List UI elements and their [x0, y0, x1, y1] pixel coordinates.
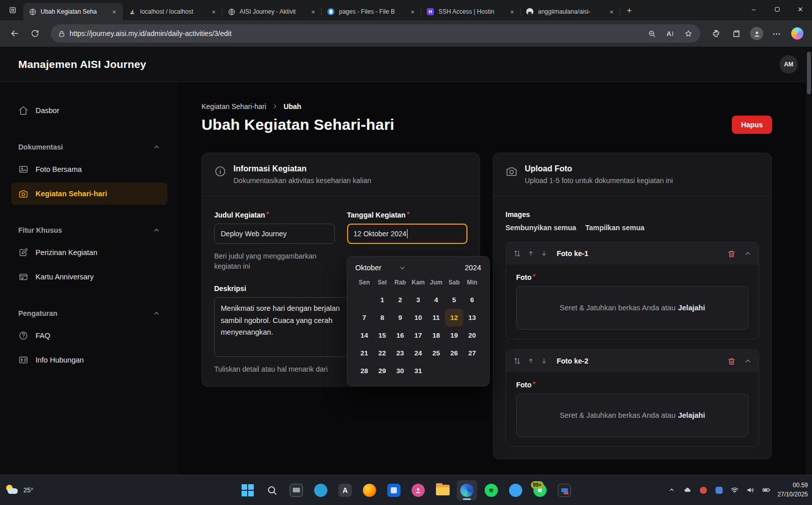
- calendar-day-25[interactable]: 25: [427, 344, 445, 362]
- copilot-icon[interactable]: [789, 25, 806, 42]
- collections-icon[interactable]: [728, 25, 745, 42]
- browser-tab[interactable]: pages - Files - File B ×: [322, 3, 421, 20]
- more-options-icon[interactable]: ⋯: [768, 25, 786, 42]
- collapse-item-icon[interactable]: [744, 357, 752, 365]
- blue-app-icon[interactable]: [384, 480, 404, 500]
- calendar-day-3[interactable]: 3: [409, 291, 427, 309]
- firefox-icon[interactable]: [359, 480, 380, 500]
- file-explorer-icon[interactable]: [432, 480, 453, 500]
- calendar-day-15[interactable]: 15: [373, 327, 391, 344]
- minimize-button[interactable]: –: [742, 0, 765, 18]
- browser-tab[interactable]: H SSH Access | Hostin ×: [421, 3, 521, 20]
- calendar-day-14[interactable]: 14: [355, 327, 373, 344]
- sidebar-group-fitur-khusus[interactable]: Fitur Khusus: [18, 226, 160, 234]
- calendar-day-1[interactable]: 1: [373, 291, 391, 309]
- scrollbar-thumb[interactable]: [807, 52, 811, 94]
- tab-close-icon[interactable]: ×: [309, 7, 318, 16]
- browser-tab[interactable]: localhost / localhost ×: [123, 3, 222, 20]
- messenger-app-icon[interactable]: [505, 480, 526, 500]
- volume-icon[interactable]: [746, 486, 755, 495]
- read-aloud-icon[interactable]: A): [663, 26, 677, 41]
- collapse-all-button[interactable]: Sembunyikan semua: [505, 224, 576, 232]
- calendar-day-18[interactable]: 18: [427, 327, 445, 344]
- calendar-day-29[interactable]: 29: [373, 362, 391, 380]
- zoom-out-icon[interactable]: [645, 26, 659, 41]
- calendar-day-12[interactable]: 12: [445, 309, 463, 327]
- weather-widget[interactable]: 25°: [5, 484, 33, 496]
- sidebar-group-dokumentasi[interactable]: Dokumentasi: [18, 143, 160, 151]
- calendar-day-2[interactable]: 2: [391, 291, 409, 309]
- refresh-icon[interactable]: [26, 25, 44, 42]
- new-tab-button[interactable]: +: [622, 4, 636, 18]
- reorder-icon[interactable]: [513, 249, 521, 258]
- move-up-icon[interactable]: [527, 250, 534, 257]
- url-text[interactable]: https://journey.aisi.my.id/admin/daily-a…: [70, 29, 640, 38]
- extensions-icon[interactable]: [707, 25, 725, 42]
- sidebar-item-dasbor[interactable]: Dasbor: [11, 99, 167, 122]
- calendar-day-21[interactable]: 21: [355, 344, 373, 362]
- people-app-icon[interactable]: [408, 480, 428, 500]
- file-dropzone[interactable]: Seret & Jatuhkan berkas Anda atau Jelaja…: [516, 393, 749, 437]
- calendar-day-4[interactable]: 4: [427, 291, 445, 309]
- calendar-day-22[interactable]: 22: [373, 344, 391, 362]
- back-icon[interactable]: [6, 25, 23, 42]
- collapse-item-icon[interactable]: [744, 250, 752, 258]
- delete-item-icon[interactable]: [727, 249, 736, 258]
- calendar-day-19[interactable]: 19: [445, 327, 463, 344]
- app-window-icon[interactable]: [286, 480, 307, 500]
- whatsapp-icon[interactable]: 99+: [530, 480, 550, 500]
- month-select[interactable]: Oktober: [355, 264, 406, 272]
- close-button[interactable]: ✕: [789, 0, 812, 18]
- calendar-day-6[interactable]: 6: [463, 291, 481, 309]
- calendar-day-31[interactable]: 31: [409, 362, 427, 380]
- start-button[interactable]: [238, 480, 258, 500]
- onedrive-icon[interactable]: [683, 486, 692, 495]
- telegram-app-icon[interactable]: [311, 480, 331, 500]
- tab-close-icon[interactable]: ×: [507, 7, 517, 16]
- calendar-day-5[interactable]: 5: [445, 291, 463, 309]
- address-bar[interactable]: https://journey.aisi.my.id/admin/daily-a…: [51, 24, 700, 43]
- judul-input[interactable]: Deploy Web Journey: [214, 224, 335, 244]
- calendar-day-20[interactable]: 20: [463, 327, 481, 344]
- tab-close-icon[interactable]: ×: [110, 7, 119, 16]
- calendar-day-16[interactable]: 16: [391, 327, 409, 344]
- calendar-day-27[interactable]: 27: [463, 344, 481, 362]
- sidebar-item-info-hubungan[interactable]: Info Hubungan: [11, 349, 167, 371]
- calendar-day-26[interactable]: 26: [445, 344, 463, 362]
- move-up-icon[interactable]: [527, 357, 534, 365]
- delete-item-icon[interactable]: [727, 357, 736, 366]
- calendar-day-13[interactable]: 13: [463, 309, 481, 327]
- browser-tab[interactable]: anggiimaulana/aisi- ×: [521, 3, 620, 20]
- user-avatar[interactable]: AM: [780, 55, 798, 74]
- tanggal-input[interactable]: 12 Oktober 2024: [347, 224, 468, 244]
- breadcrumb-parent[interactable]: Kegiatan Sehari-hari: [201, 102, 266, 111]
- favorite-star-icon[interactable]: [681, 26, 695, 41]
- sidebar-item-faq[interactable]: FAQ: [11, 324, 167, 347]
- move-down-icon[interactable]: [540, 357, 548, 365]
- sidebar-item-foto-bersama[interactable]: Foto Bersama: [11, 158, 167, 181]
- chevron-up-icon[interactable]: [667, 486, 676, 495]
- letter-a-app-icon[interactable]: A: [335, 480, 355, 500]
- page-scrollbar[interactable]: [806, 47, 812, 475]
- calendar-day-23[interactable]: 23: [391, 344, 409, 362]
- browse-link[interactable]: Jelajahi: [678, 411, 705, 419]
- move-down-icon[interactable]: [540, 250, 548, 257]
- calendar-day-10[interactable]: 10: [409, 309, 427, 327]
- sidebar-item-perizinan-kegiatan[interactable]: Perizinan Kegiatan: [11, 241, 167, 264]
- maximize-button[interactable]: [765, 0, 789, 18]
- search-icon[interactable]: [262, 480, 282, 500]
- delete-button[interactable]: Hapus: [732, 116, 772, 134]
- wifi-icon[interactable]: [730, 486, 739, 495]
- tab-actions-button[interactable]: [4, 3, 21, 18]
- tab-close-icon[interactable]: ×: [408, 7, 417, 16]
- browser-tab[interactable]: AISI Journey - Aktivit ×: [222, 3, 322, 20]
- tab-close-icon[interactable]: ×: [209, 7, 218, 16]
- battery-icon[interactable]: [762, 486, 771, 495]
- sidebar-group-pengaturan[interactable]: Pengaturan: [18, 309, 160, 317]
- spotify-icon[interactable]: [481, 480, 501, 500]
- alert-app-icon[interactable]: [699, 486, 708, 495]
- calendar-day-9[interactable]: 9: [391, 309, 409, 327]
- sidebar-item-kartu-anniversary[interactable]: Kartu Anniversary: [11, 266, 167, 288]
- calendar-day-7[interactable]: 7: [355, 309, 373, 327]
- calendar-day-17[interactable]: 17: [409, 327, 427, 344]
